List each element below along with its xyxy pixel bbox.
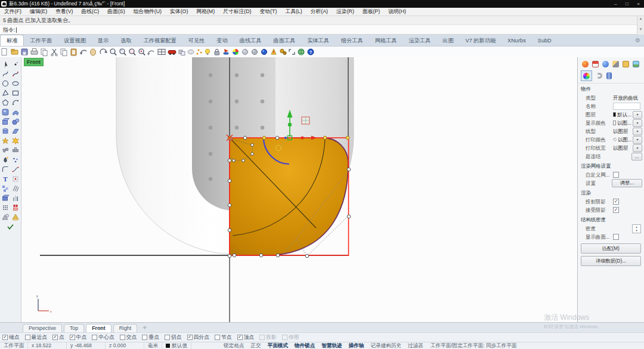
viewport-front[interactable]: x y (21, 57, 577, 322)
cone-tool-icon[interactable] (13, 214, 18, 220)
print-width-dropdown[interactable]: ▾ (633, 144, 642, 152)
whats-new-icon[interactable] (271, 49, 276, 54)
menu-mesh[interactable]: 网格(M) (192, 8, 219, 16)
tab-transform[interactable]: 变动 (210, 35, 233, 46)
single-point-tool-icon[interactable] (14, 62, 18, 66)
options-gear-icon[interactable] (280, 49, 286, 54)
lock-icon[interactable] (215, 50, 219, 55)
toggle-osnap[interactable]: 物件锁点 (295, 342, 315, 349)
menu-analyze[interactable]: 分析(A) (306, 8, 332, 16)
analyze-tool-icon[interactable] (13, 196, 18, 201)
circle-tool-icon[interactable] (3, 81, 8, 87)
curve-control-point-tool-icon[interactable] (13, 72, 18, 76)
osnap-quadrant[interactable]: ✓四分点 (187, 334, 209, 341)
units-cell[interactable]: 毫米 (144, 342, 162, 349)
text-tool-icon[interactable]: T (3, 175, 8, 183)
render-panel-icon[interactable] (602, 61, 609, 67)
ribbon-options-gear-icon[interactable]: ⚙ (635, 35, 640, 46)
annotate-tool-icon[interactable] (14, 205, 18, 211)
pipe-cap-tool-icon[interactable] (13, 148, 18, 152)
osnap-end[interactable]: ✓端点 (2, 334, 20, 341)
tab-surface-tools[interactable]: 曲面工具 (267, 35, 301, 46)
menu-solid[interactable]: 实体(O) (166, 8, 192, 16)
surface-loft-tool-icon[interactable] (13, 111, 18, 115)
tab-mesh-tools[interactable]: 网格工具 (369, 35, 403, 46)
properties-panel-icon[interactable] (582, 61, 589, 67)
toggle-planar[interactable]: 平面模式 (268, 342, 288, 349)
command-input[interactable]: 指令: (0, 25, 637, 35)
texture-mapping-tab-icon[interactable] (606, 72, 612, 79)
menu-edit[interactable]: 编辑(E) (26, 8, 51, 16)
notes-panel-icon[interactable] (612, 61, 619, 67)
undo-view-icon[interactable] (147, 51, 154, 55)
blend-curve-tool-icon[interactable] (13, 167, 19, 172)
point-cloud-tool-icon[interactable] (13, 158, 18, 163)
open-file-icon[interactable] (11, 50, 18, 55)
osnap-point[interactable]: ✓点 (52, 334, 64, 341)
block-tool-icon[interactable] (3, 195, 10, 200)
viewport-title-label[interactable]: Front (24, 58, 44, 66)
viewport-tab-top[interactable]: Top (64, 324, 84, 332)
undo-icon[interactable] (80, 50, 86, 55)
toggle-filter[interactable]: 过滤器 (408, 342, 423, 349)
ghosted-viewport-icon[interactable] (252, 50, 258, 55)
osnap-tangent[interactable]: 切点 (165, 334, 182, 341)
toggle-grid-snap[interactable]: 锁定格点 (224, 342, 244, 349)
array-tool-icon[interactable] (2, 186, 8, 192)
popup-toolbar-icon[interactable] (289, 50, 295, 54)
cylinder-tool-icon[interactable] (3, 128, 8, 133)
color-wheel-icon[interactable] (233, 49, 239, 55)
arc-tool-icon[interactable] (13, 100, 18, 105)
osnap-vertex[interactable]: ✓顶点 (237, 334, 255, 341)
print-color-dropdown[interactable]: ▾ (633, 136, 642, 144)
toggle-ortho[interactable]: 正交 (250, 342, 261, 349)
current-layer-cell[interactable]: 默认值 (162, 342, 191, 349)
select-points-icon[interactable] (197, 50, 202, 55)
fillet-curve-tool-icon[interactable] (3, 167, 8, 172)
maximize-button[interactable]: □ (621, 0, 633, 8)
hatch-tool-icon[interactable] (13, 186, 18, 192)
osnap-center[interactable]: 中心点 (92, 334, 114, 341)
shaded-viewport-icon[interactable] (243, 50, 248, 55)
move-control-point-tool-icon[interactable] (13, 177, 18, 181)
cut-icon[interactable] (51, 49, 57, 56)
rectangle-tool-icon[interactable] (13, 91, 18, 95)
density-stepper[interactable]: ▴▾ (632, 224, 641, 233)
menu-file[interactable]: 文件(F) (0, 8, 26, 16)
menu-dimension[interactable]: 尺寸标注(D) (219, 8, 255, 16)
tab-set-view[interactable]: 设置视图 (58, 35, 92, 46)
tab-cplanes[interactable]: 工作平面 (24, 35, 58, 46)
zoom-window-icon[interactable] (120, 49, 126, 55)
shapes-tool-icon[interactable] (2, 214, 9, 220)
osnap-mid[interactable]: ✓中点 (70, 334, 87, 341)
osnap-knot[interactable]: 节点 (215, 334, 232, 341)
toggle-gumball[interactable]: 操作轴 (349, 342, 364, 349)
zoom-extents-icon[interactable] (110, 49, 116, 55)
copy-to-clipboard-icon[interactable] (41, 49, 47, 56)
polyline-tool-icon[interactable] (3, 91, 8, 96)
match-button[interactable]: 匹配(M) (581, 243, 641, 254)
paste-icon[interactable] (71, 49, 76, 55)
osnap-disable[interactable]: 停用 (282, 334, 299, 341)
tab-subd-tools[interactable]: 细分工具 (335, 35, 369, 46)
check-tool-icon[interactable] (8, 225, 13, 229)
tab-display[interactable]: 显示 (92, 35, 114, 46)
libraries-panel-icon[interactable] (623, 61, 629, 67)
named-views-icon[interactable] (168, 51, 176, 55)
minimize-button[interactable]: – (610, 0, 621, 8)
polygon-tool-icon[interactable] (2, 100, 8, 105)
command-history[interactable]: 5 曲面点 已加入至选取集合。 (0, 16, 637, 25)
menu-view[interactable]: 查看(V) (51, 8, 77, 16)
help-icon[interactable]: ? (308, 49, 314, 55)
copy-icon[interactable] (61, 49, 67, 56)
box-tool-icon[interactable] (3, 119, 10, 125)
layer-dropdown[interactable]: ▾ (633, 111, 642, 119)
boolean-union-tool-icon[interactable] (2, 138, 8, 144)
tab-xnurbs[interactable]: XNurbs (501, 35, 532, 46)
show-surface-checkbox[interactable] (613, 234, 619, 240)
menu-surface[interactable]: 曲面(S) (103, 8, 129, 16)
mesh-adjust-button[interactable]: 调整... (612, 179, 642, 187)
menu-solid-group[interactable]: 组合物件(U) (129, 8, 166, 16)
array-grid-tool-icon[interactable] (3, 205, 8, 210)
select-tool-icon[interactable] (5, 61, 7, 68)
